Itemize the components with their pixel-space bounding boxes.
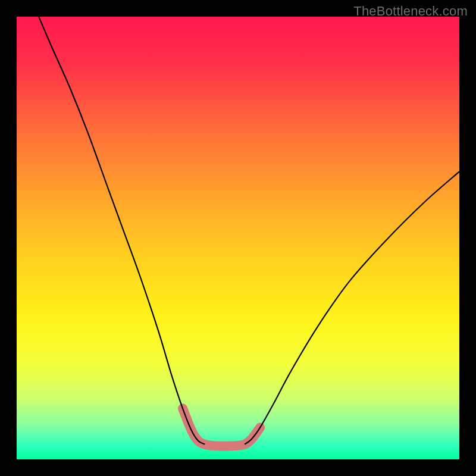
bottleneck-chart [0, 0, 476, 476]
watermark-text: TheBottleneck.com [353, 4, 468, 19]
plot-background [17, 17, 459, 459]
chart-frame: TheBottleneck.com [0, 0, 476, 476]
